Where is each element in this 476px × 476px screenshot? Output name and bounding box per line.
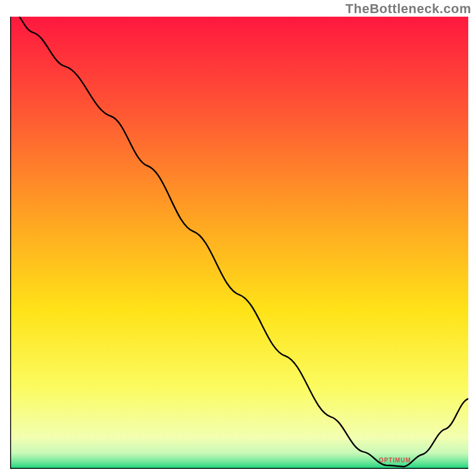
chart-area: OPTIMUM — [10, 17, 468, 469]
chart-background — [10, 17, 468, 469]
chart-stage: TheBottleneck.com OPTIMUM — [0, 0, 476, 476]
watermark-text: TheBottleneck.com — [346, 1, 471, 17]
chart-svg — [10, 17, 468, 469]
optimum-marker: OPTIMUM — [379, 456, 411, 463]
